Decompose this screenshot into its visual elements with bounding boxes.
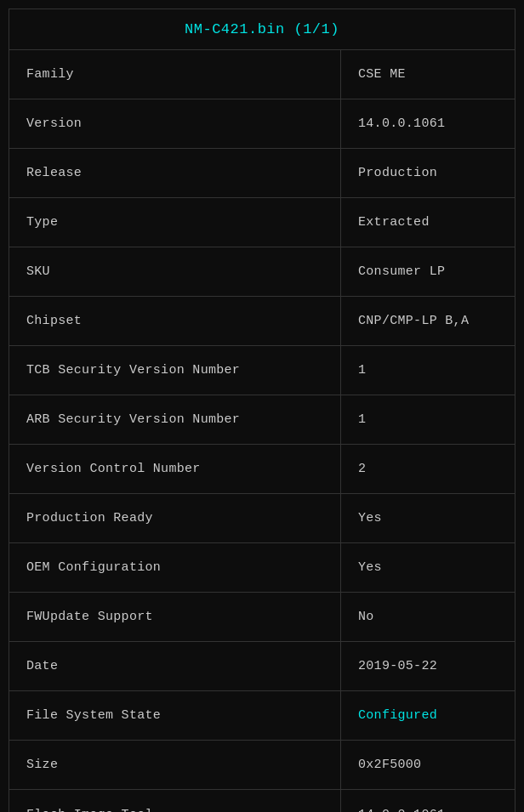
table-row: ReleaseProduction bbox=[9, 149, 515, 198]
table-row: Production ReadyYes bbox=[9, 494, 515, 543]
table-row: ARB Security Version Number1 bbox=[9, 395, 515, 445]
table-title: NM-C421.bin (1/1) bbox=[9, 9, 515, 50]
table-row: Version14.0.0.1061 bbox=[9, 99, 515, 149]
cell-label: OEM Configuration bbox=[9, 543, 341, 592]
table-row: Size0x2F5000 bbox=[9, 741, 515, 790]
cell-value: 2019-05-22 bbox=[341, 642, 515, 690]
cell-label: Release bbox=[9, 149, 341, 197]
cell-value: 14.0.0.1061 bbox=[341, 790, 515, 812]
cell-label: Family bbox=[9, 50, 341, 99]
table-row: FWUpdate SupportNo bbox=[9, 593, 515, 642]
cell-label: File System State bbox=[9, 691, 341, 740]
cell-value: Yes bbox=[341, 494, 515, 542]
cell-label: TCB Security Version Number bbox=[9, 346, 341, 395]
cell-value: Extracted bbox=[341, 198, 515, 247]
cell-value: CNP/CMP-LP B,A bbox=[341, 297, 515, 345]
cell-label: ARB Security Version Number bbox=[9, 395, 341, 444]
cell-label: FWUpdate Support bbox=[9, 593, 341, 641]
cell-label: Flash Image Tool bbox=[9, 790, 341, 812]
cell-value: CSE ME bbox=[341, 50, 515, 99]
table-row: Date2019-05-22 bbox=[9, 642, 515, 691]
cell-label: Type bbox=[9, 198, 341, 247]
cell-label: Version bbox=[9, 99, 341, 148]
table-row: Flash Image Tool14.0.0.1061 bbox=[9, 790, 515, 812]
table-body: FamilyCSE MEVersion14.0.0.1061ReleasePro… bbox=[9, 50, 515, 812]
table-row: ChipsetCNP/CMP-LP B,A bbox=[9, 297, 515, 346]
info-table: NM-C421.bin (1/1) FamilyCSE MEVersion14.… bbox=[9, 9, 515, 812]
cell-label: Size bbox=[9, 741, 341, 789]
cell-value: 1 bbox=[341, 346, 515, 395]
cell-value: 2 bbox=[341, 445, 515, 493]
cell-value: 14.0.0.1061 bbox=[341, 99, 515, 148]
cell-value: Production bbox=[341, 149, 515, 197]
cell-value: Consumer LP bbox=[341, 247, 515, 296]
table-row: SKUConsumer LP bbox=[9, 247, 515, 297]
cell-label: Date bbox=[9, 642, 341, 690]
cell-value: Configured bbox=[341, 691, 515, 740]
table-row: File System StateConfigured bbox=[9, 691, 515, 741]
table-row: TCB Security Version Number1 bbox=[9, 346, 515, 395]
cell-value: 0x2F5000 bbox=[341, 741, 515, 789]
cell-value: Yes bbox=[341, 543, 515, 592]
table-row: OEM ConfigurationYes bbox=[9, 543, 515, 593]
cell-label: Chipset bbox=[9, 297, 341, 345]
cell-label: SKU bbox=[9, 247, 341, 296]
cell-label: Version Control Number bbox=[9, 445, 341, 493]
cell-value: 1 bbox=[341, 395, 515, 444]
table-row: Version Control Number2 bbox=[9, 445, 515, 494]
cell-label: Production Ready bbox=[9, 494, 341, 542]
table-row: TypeExtracted bbox=[9, 198, 515, 247]
cell-value: No bbox=[341, 593, 515, 641]
table-row: FamilyCSE ME bbox=[9, 50, 515, 99]
